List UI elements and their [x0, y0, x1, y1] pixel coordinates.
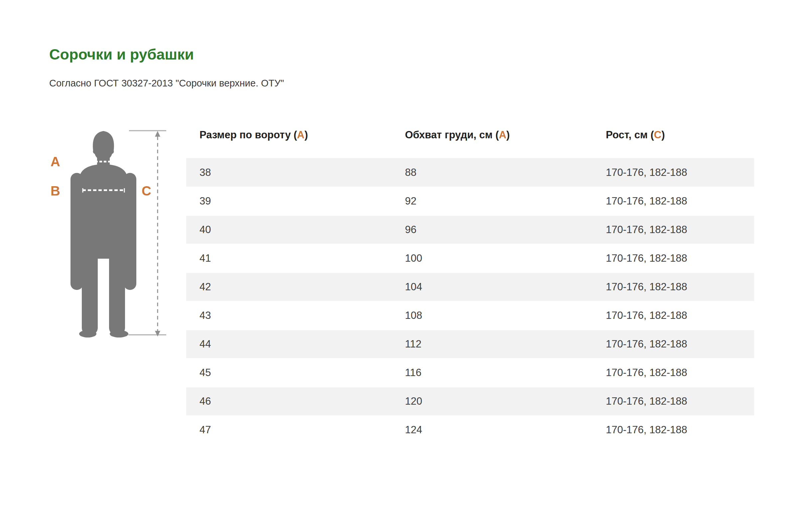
cell-height: 170-176, 182-188 — [592, 244, 754, 273]
cell-height: 170-176, 182-188 — [592, 358, 754, 387]
gost-subtitle: Согласно ГОСТ 30327-2013 "Сорочки верхни… — [49, 78, 754, 89]
header-text: ) — [507, 129, 510, 141]
measure-label-a: A — [51, 155, 60, 168]
cell-collar-size: 38 — [186, 158, 392, 187]
header-letter: А — [297, 129, 304, 141]
table-row: 44112170-176, 182-188 — [186, 330, 754, 358]
cell-collar-size: 40 — [186, 215, 392, 244]
cell-collar-size: 44 — [186, 330, 392, 358]
cell-collar-size: 45 — [186, 358, 392, 387]
cell-height: 170-176, 182-188 — [592, 273, 754, 301]
table-row: 4096170-176, 182-188 — [186, 215, 754, 244]
table-row: 42104170-176, 182-188 — [186, 273, 754, 301]
page-title: Сорочки и рубашки — [49, 46, 754, 63]
size-chart-block: A B C Размер по вороту (А) Обхват груди,… — [49, 123, 754, 444]
cell-collar-size: 39 — [186, 187, 392, 215]
table-row: 3888170-176, 182-188 — [186, 158, 754, 187]
table-row: 46120170-176, 182-188 — [186, 387, 754, 416]
cell-chest: 120 — [392, 387, 592, 416]
header-text: Размер по вороту ( — [200, 129, 297, 141]
col-header-collar-size: Размер по вороту (А) — [186, 123, 392, 158]
cell-chest: 104 — [392, 273, 592, 301]
cell-collar-size: 42 — [186, 273, 392, 301]
cell-chest: 124 — [392, 416, 592, 444]
cell-height: 170-176, 182-188 — [592, 187, 754, 215]
header-letter: А — [499, 129, 506, 141]
male-silhouette — [71, 131, 136, 338]
cell-height: 170-176, 182-188 — [592, 416, 754, 444]
table-row: 41100170-176, 182-188 — [186, 244, 754, 273]
measure-label-b: B — [51, 184, 60, 197]
table-header-row: Размер по вороту (А) Обхват груди, см (А… — [186, 123, 754, 158]
cell-height: 170-176, 182-188 — [592, 158, 754, 187]
header-text: ) — [661, 129, 665, 141]
arrow-up-icon — [155, 131, 160, 137]
size-table: Размер по вороту (А) Обхват груди, см (А… — [186, 123, 754, 444]
cell-height: 170-176, 182-188 — [592, 387, 754, 416]
col-header-height: Рост, см (С) — [592, 123, 754, 158]
cell-chest: 96 — [392, 215, 592, 244]
cell-collar-size: 43 — [186, 301, 392, 330]
cell-height: 170-176, 182-188 — [592, 330, 754, 358]
cell-collar-size: 46 — [186, 387, 392, 416]
cell-height: 170-176, 182-188 — [592, 215, 754, 244]
header-text: Обхват груди, см ( — [405, 129, 499, 141]
size-chart-page: Сорочки и рубашки Согласно ГОСТ 30327-20… — [0, 0, 754, 444]
measurement-figure: A B C — [49, 123, 186, 342]
cell-chest: 108 — [392, 301, 592, 330]
cell-chest: 116 — [392, 358, 592, 387]
header-text: ) — [305, 129, 308, 141]
table-row: 45116170-176, 182-188 — [186, 358, 754, 387]
cell-collar-size: 47 — [186, 416, 392, 444]
cell-chest: 92 — [392, 187, 592, 215]
header-text: Рост, см ( — [606, 129, 654, 141]
table-row: 47124170-176, 182-188 — [186, 416, 754, 444]
arrow-down-icon — [155, 331, 160, 337]
male-silhouette-figure — [49, 123, 189, 342]
table-row: 3992170-176, 182-188 — [186, 187, 754, 215]
cell-height: 170-176, 182-188 — [592, 301, 754, 330]
table-row: 43108170-176, 182-188 — [186, 301, 754, 330]
measure-label-c: C — [141, 184, 151, 197]
header-letter: С — [654, 129, 661, 141]
col-header-chest: Обхват груди, см (А) — [392, 123, 592, 158]
cell-chest: 88 — [392, 158, 592, 187]
cell-chest: 100 — [392, 244, 592, 273]
cell-chest: 112 — [392, 330, 592, 358]
cell-collar-size: 41 — [186, 244, 392, 273]
